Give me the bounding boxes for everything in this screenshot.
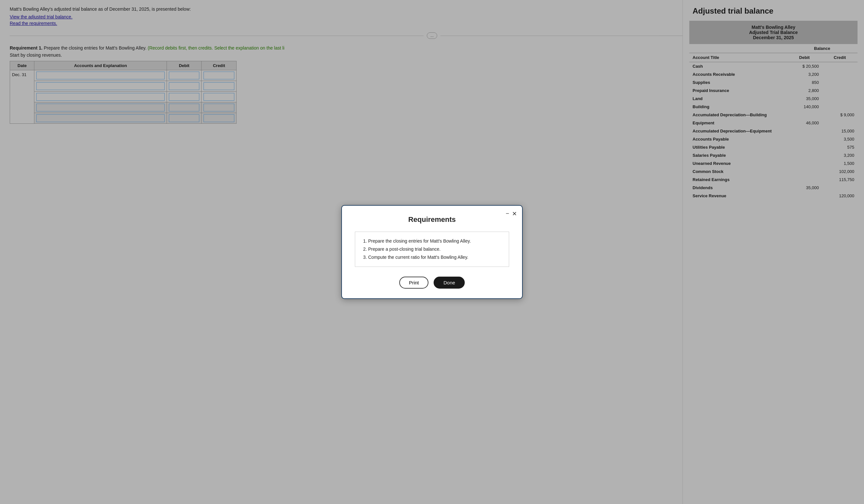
modal-overlay: − ✕ Requirements Prepare the closing ent… — [0, 0, 864, 137]
